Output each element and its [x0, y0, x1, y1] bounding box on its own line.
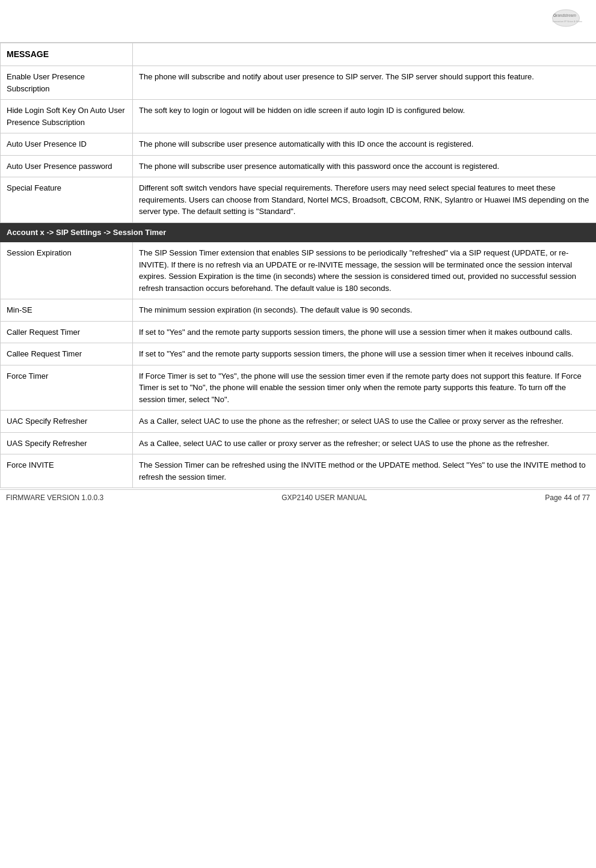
table-row: Auto User Presence password The phone wi… [1, 155, 597, 177]
svg-text:Innovative IP Voice & Video: Innovative IP Voice & Video [553, 20, 583, 23]
table-row: Hide Login Soft Key On Auto User Presenc… [1, 100, 597, 133]
message-desc-cell [133, 43, 597, 66]
row-label: Caller Request Timer [1, 321, 133, 343]
table-row: Session Expiration The SIP Session Timer… [1, 242, 597, 299]
table-row: UAC Specify Refresher As a Caller, selec… [1, 411, 597, 433]
footer-firmware: FIRMWARE VERSION 1.0.0.3 [6, 494, 103, 502]
row-desc: The phone will subscribe and notify abou… [133, 66, 597, 100]
main-table: MESSAGE Enable User Presence Subscriptio… [0, 43, 596, 488]
table-row: Special Feature Different soft switch ve… [1, 177, 597, 223]
footer: FIRMWARE VERSION 1.0.0.3 GXP2140 USER MA… [0, 489, 596, 506]
row-label: Auto User Presence ID [1, 133, 133, 156]
row-desc: If set to "Yes" and the remote party sup… [133, 343, 597, 365]
table-row: Min-SE The minimum session expiration (i… [1, 299, 597, 322]
row-desc: As a Callee, select UAC to use caller or… [133, 432, 597, 454]
table-row: Force Timer If Force Timer is set to "Ye… [1, 365, 597, 411]
table-row: Caller Request Timer If set to "Yes" and… [1, 321, 597, 343]
row-label: Min-SE [1, 299, 133, 322]
row-label: Force INVITE [1, 454, 133, 488]
logo-area: G randstream Innovative IP Voice & Video [548, 6, 584, 36]
row-label: Session Expiration [1, 242, 133, 299]
row-desc: The SIP Session Timer extension that ena… [133, 242, 597, 299]
table-row: Force INVITE The Session Timer can be re… [1, 454, 597, 488]
svg-text:G: G [553, 13, 556, 17]
section-header-label: Account x -> SIP Settings -> Session Tim… [1, 222, 597, 242]
footer-manual: GXP2140 USER MANUAL [281, 494, 367, 502]
row-desc: As a Caller, select UAC to use the phone… [133, 411, 597, 433]
row-desc: The phone will subscribe user presence a… [133, 133, 597, 156]
row-label: Force Timer [1, 365, 133, 411]
row-label: Hide Login Soft Key On Auto User Presenc… [1, 100, 133, 133]
table-row: UAS Specify Refresher As a Callee, selec… [1, 432, 597, 454]
row-desc: The soft key to login or logout will be … [133, 100, 597, 133]
row-desc: The Session Timer can be refreshed using… [133, 454, 597, 488]
svg-text:randstream: randstream [556, 13, 576, 17]
table-row: Callee Request Timer If set to "Yes" and… [1, 343, 597, 365]
row-desc: The minimum session expiration (in secon… [133, 299, 597, 322]
svg-point-0 [553, 10, 580, 26]
table-row: Enable User Presence Subscription The ph… [1, 66, 597, 100]
section-header-row: Account x -> SIP Settings -> Session Tim… [1, 222, 597, 242]
row-desc: The phone will subscribe user presence a… [133, 155, 597, 177]
logo-icon: G randstream Innovative IP Voice & Video [548, 6, 584, 36]
row-label: UAS Specify Refresher [1, 432, 133, 454]
header: G randstream Innovative IP Voice & Video [0, 0, 596, 43]
row-desc: If set to "Yes" and the remote party sup… [133, 321, 597, 343]
footer-page: Page 44 of 77 [545, 494, 590, 502]
row-label: Special Feature [1, 177, 133, 223]
row-desc: Different soft switch vendors have speci… [133, 177, 597, 223]
message-label-cell: MESSAGE [1, 43, 133, 66]
row-label: Enable User Presence Subscription [1, 66, 133, 100]
row-label: UAC Specify Refresher [1, 411, 133, 433]
message-header-row: MESSAGE [1, 43, 597, 66]
row-desc: If Force Timer is set to "Yes", the phon… [133, 365, 597, 411]
table-row: Auto User Presence ID The phone will sub… [1, 133, 597, 156]
page-wrapper: G randstream Innovative IP Voice & Video… [0, 0, 596, 506]
row-label: Auto User Presence password [1, 155, 133, 177]
row-label: Callee Request Timer [1, 343, 133, 365]
